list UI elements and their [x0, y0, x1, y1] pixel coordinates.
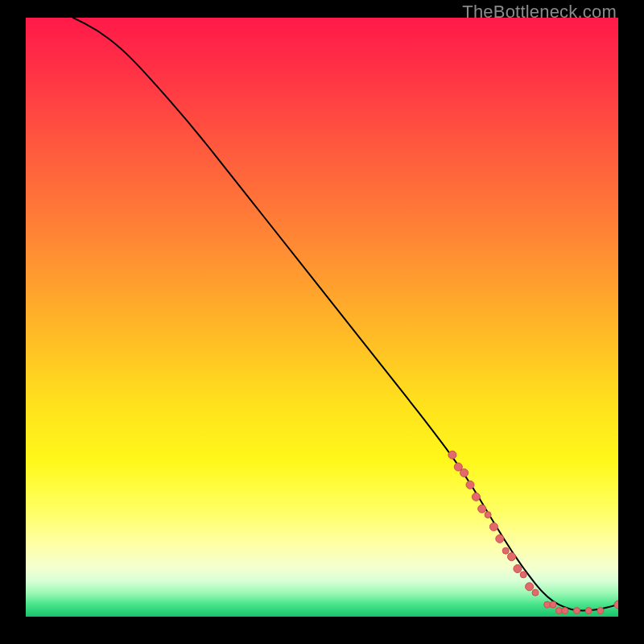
scatter-dot	[472, 493, 480, 501]
scatter-dot	[489, 522, 497, 530]
bottleneck-curve	[73, 18, 618, 611]
scatter-dot	[496, 535, 504, 543]
scatter-dot	[562, 608, 568, 614]
scatter-dot	[485, 512, 491, 518]
scatter-dot	[585, 608, 592, 614]
scatter-dot	[526, 583, 534, 591]
scatter-dot	[574, 608, 580, 614]
scatter-highlight	[448, 451, 618, 614]
scatter-dot	[597, 608, 604, 614]
scatter-dot	[520, 572, 526, 578]
chart-svg	[26, 18, 618, 617]
plot-area	[26, 18, 618, 617]
scatter-dot	[614, 601, 618, 609]
scatter-dot	[550, 601, 556, 608]
scatter-dot	[508, 553, 516, 561]
scatter-dot	[532, 589, 539, 596]
scatter-dot	[502, 547, 509, 554]
scatter-dot	[460, 469, 469, 477]
scatter-dot	[466, 481, 474, 489]
chart-frame: TheBottleneck.com	[0, 0, 644, 644]
scatter-dot	[514, 565, 522, 573]
scatter-dot	[478, 505, 486, 513]
scatter-dot	[555, 608, 562, 614]
scatter-dot	[448, 451, 456, 459]
